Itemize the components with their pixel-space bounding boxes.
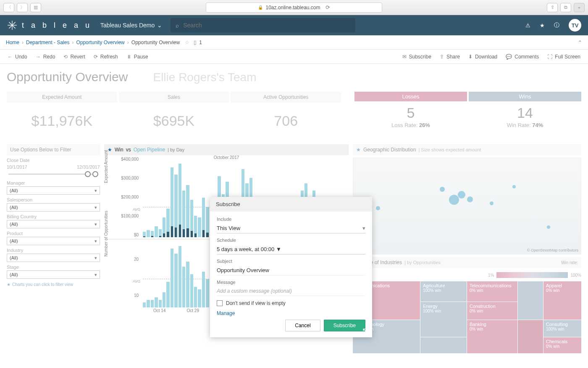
- product-select[interactable]: (All): [7, 237, 100, 245]
- reload-icon[interactable]: ⟳: [326, 4, 330, 11]
- share-button[interactable]: ⇪: [547, 3, 558, 12]
- brand-text: t a b l e a u: [22, 21, 92, 30]
- checkbox-icon: [217, 300, 223, 306]
- message-input[interactable]: Add a custom message (optional): [217, 286, 365, 296]
- mail-icon: ✉: [402, 54, 407, 60]
- redo-icon: →: [36, 54, 41, 60]
- manage-link[interactable]: Manage: [217, 310, 365, 316]
- favorites-icon[interactable]: ★: [540, 22, 545, 29]
- industry-select[interactable]: (All): [7, 254, 100, 262]
- refresh-button[interactable]: ⟳Refresh: [90, 52, 121, 61]
- refresh-icon: ⟳: [94, 54, 98, 60]
- undo-button[interactable]: ←Undo: [4, 52, 31, 61]
- search-input[interactable]: [183, 22, 350, 29]
- star-icon: ★: [108, 147, 112, 153]
- back-button[interactable]: 〈: [3, 3, 14, 12]
- collapse-icon[interactable]: ⌃: [578, 40, 582, 45]
- alerts-icon[interactable]: ⚠: [525, 22, 530, 29]
- views-icon[interactable]: ▯: [194, 40, 197, 45]
- include-label: Include: [217, 217, 365, 222]
- url-host: 10az.online.tableau.com: [265, 5, 320, 11]
- subscribe-button[interactable]: ✉Subscribe: [399, 52, 435, 61]
- geographic-map[interactable]: © OpenStreetMap contributors: [353, 158, 581, 254]
- info-icon[interactable]: ⓘ: [554, 21, 559, 29]
- view-toolbar: ←Undo →Redo ⟲Revert ⟳Refresh ⏸Pause ✉Sub…: [0, 50, 588, 64]
- tableau-nav: t a b l e a u Tableau Sales Demo ⌄ ⌕ ⚠ ★…: [0, 15, 588, 35]
- slider-thumb-start[interactable]: [85, 171, 91, 177]
- pause-button[interactable]: ⏸Pause: [123, 52, 152, 61]
- map-attribution: © OpenStreetMap contributors: [527, 248, 578, 252]
- revert-icon: ⟲: [63, 54, 68, 60]
- address-bar[interactable]: 🔒 10az.online.tableau.com ⟳: [206, 3, 382, 13]
- fullscreen-button[interactable]: ⛶Full Screen: [544, 52, 584, 61]
- tableau-logo[interactable]: t a b l e a u: [7, 20, 92, 31]
- tabs-button[interactable]: ⧉: [560, 3, 571, 12]
- site-switcher[interactable]: Tableau Sales Demo ⌄: [100, 22, 162, 29]
- share-button[interactable]: ⇪Share: [436, 52, 463, 61]
- comment-icon: 💬: [506, 54, 512, 60]
- message-label: Message: [217, 280, 365, 285]
- subscribe-modal: Subscribe Include This View▾ Schedule 5 …: [210, 197, 372, 337]
- cancel-button[interactable]: Cancel: [285, 320, 320, 331]
- schedule-label: Schedule: [217, 238, 365, 243]
- subject-input[interactable]: Opportunity Overview: [217, 265, 365, 275]
- download-icon: ⬇: [468, 54, 472, 60]
- breadcrumb: Home› Department - Sales› Opportunity Ov…: [0, 35, 588, 50]
- crumb-view: Opportunity Overview: [131, 40, 180, 45]
- modal-title: Subscribe: [210, 197, 372, 212]
- revert-button[interactable]: ⟲Revert: [60, 52, 88, 61]
- forward-button[interactable]: 〉: [17, 3, 28, 12]
- download-button[interactable]: ⬇Download: [465, 52, 501, 61]
- subscribe-submit-button[interactable]: Subscribe ↖: [324, 320, 365, 331]
- favorite-icon[interactable]: ☆: [185, 40, 189, 45]
- schedule-select[interactable]: 5 days a week, at 00:00 ▼: [217, 244, 365, 254]
- cursor-icon: ↖: [362, 326, 368, 335]
- crumb-dept[interactable]: Department - Sales: [26, 40, 69, 45]
- pause-icon: ⏸: [126, 54, 131, 60]
- browser-toolbar: 〈 〉 ▥ 🔒 10az.online.tableau.com ⟳ ⇪ ⧉ +: [0, 0, 588, 15]
- share-icon: ⇪: [440, 54, 444, 60]
- include-select[interactable]: This View▾: [217, 223, 365, 233]
- stage-select[interactable]: (All): [7, 270, 100, 279]
- comments-button[interactable]: 💬Comments: [502, 52, 542, 61]
- slider-thumb-end[interactable]: [92, 171, 98, 177]
- crumb-home[interactable]: Home: [6, 40, 19, 45]
- lock-icon: 🔒: [258, 5, 263, 10]
- dashboard: Opportunity Overview Ellie Rogers's Team…: [0, 64, 588, 353]
- user-avatar[interactable]: TV: [569, 19, 581, 32]
- redo-button[interactable]: →Redo: [32, 52, 59, 61]
- dont-send-checkbox[interactable]: Don't send if view is empty: [217, 300, 365, 306]
- manager-select[interactable]: (All): [7, 186, 100, 195]
- subject-label: Subject: [217, 259, 365, 264]
- fullscreen-icon: ⛶: [547, 54, 552, 60]
- search-bar[interactable]: ⌕: [171, 18, 355, 32]
- tableau-logo-icon: [7, 20, 18, 31]
- undo-icon: ←: [8, 54, 13, 60]
- views-count: 1: [199, 40, 202, 45]
- crumb-workbook[interactable]: Opportunity Overview: [76, 40, 124, 45]
- chevron-down-icon: ▾: [362, 225, 365, 231]
- date-slider[interactable]: [8, 174, 98, 175]
- salesperson-select[interactable]: (All): [7, 203, 100, 212]
- chevron-down-icon: ⌄: [157, 22, 162, 29]
- sidebar-button[interactable]: ▥: [30, 3, 41, 12]
- new-tab-button[interactable]: +: [574, 3, 585, 12]
- search-icon: ⌕: [176, 22, 179, 29]
- billing-country-select[interactable]: (All): [7, 220, 100, 228]
